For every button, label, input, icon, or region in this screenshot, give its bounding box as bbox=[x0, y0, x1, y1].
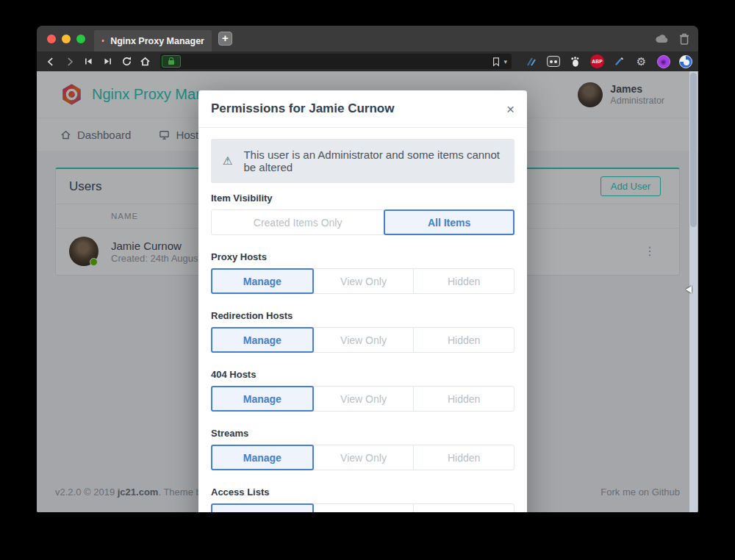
group-label: Redirection Hosts bbox=[211, 310, 514, 321]
redirection-hosts-view-only-button[interactable]: View Only bbox=[313, 327, 415, 353]
fast-forward-button[interactable] bbox=[101, 54, 115, 69]
warning-icon: ⚠ bbox=[223, 154, 232, 168]
access-lists-hidden-button[interactable]: Hidden bbox=[413, 503, 514, 512]
group-label: Access Lists bbox=[211, 487, 514, 498]
new-tab-button[interactable]: + bbox=[218, 32, 232, 46]
group-label: Proxy Hosts bbox=[211, 251, 514, 262]
back-button[interactable] bbox=[44, 54, 58, 69]
404-hosts-hidden-button[interactable]: Hidden bbox=[413, 386, 514, 412]
dev-tools-extension-icon[interactable] bbox=[524, 54, 538, 68]
access-lists-view-only-button[interactable]: View Only bbox=[313, 503, 415, 512]
adblock-plus-icon[interactable]: ABP bbox=[590, 54, 604, 68]
redirection-hosts-hidden-button[interactable]: Hidden bbox=[413, 327, 514, 353]
reload-button[interactable] bbox=[120, 54, 134, 69]
404-hosts-manage-button[interactable]: Manage bbox=[211, 386, 314, 412]
access-lists-group: Access Lists Manage View Only Hidden bbox=[211, 487, 514, 512]
bookmark-icon[interactable] bbox=[492, 57, 501, 67]
forward-button[interactable] bbox=[63, 54, 77, 69]
close-window-button[interactable] bbox=[47, 35, 56, 43]
pen-extension-icon[interactable] bbox=[612, 54, 626, 68]
streams-group: Streams Manage View Only Hidden bbox=[211, 428, 514, 470]
group-label: 404 Hosts bbox=[211, 369, 514, 380]
cloud-sync-icon[interactable] bbox=[655, 33, 670, 44]
streams-manage-button[interactable]: Manage bbox=[211, 445, 314, 470]
visibility-created-items-only-button[interactable]: Created Items Only bbox=[211, 209, 384, 235]
item-visibility-group: Item Visibility Created Items Only All I… bbox=[211, 193, 514, 235]
redirection-hosts-manage-button[interactable]: Manage bbox=[211, 327, 314, 353]
visibility-all-items-button[interactable]: All Items bbox=[384, 209, 514, 235]
window-controls bbox=[37, 35, 94, 43]
browser-tab[interactable]: Nginx Proxy Manager bbox=[94, 30, 212, 51]
modal-title: Permissions for Jamie Curnow bbox=[211, 101, 394, 116]
streams-view-only-button[interactable]: View Only bbox=[313, 445, 415, 470]
purple-extension-icon[interactable]: ◉ bbox=[656, 54, 670, 68]
bookmark-dropdown-caret[interactable]: ▾ bbox=[504, 58, 508, 65]
admin-warning-alert: ⚠ This user is an Administrator and some… bbox=[211, 139, 514, 183]
browser-toolbar: ▾ ABP ⚙ ◉ bbox=[37, 51, 698, 71]
proxy-hosts-hidden-button[interactable]: Hidden bbox=[413, 268, 514, 294]
minimize-window-button[interactable] bbox=[62, 35, 71, 43]
404-hosts-group: 404 Hosts Manage View Only Hidden bbox=[211, 369, 514, 412]
https-lock-icon[interactable] bbox=[162, 55, 181, 68]
modal-close-button[interactable]: × bbox=[506, 102, 514, 116]
proxy-hosts-view-only-button[interactable]: View Only bbox=[313, 268, 415, 294]
group-label: Item Visibility bbox=[211, 193, 514, 204]
browser-window: Nginx Proxy Manager + bbox=[37, 26, 698, 512]
access-lists-manage-button[interactable]: Manage bbox=[211, 503, 314, 512]
tab-title: Nginx Proxy Manager bbox=[110, 36, 204, 46]
alert-text: This user is an Administrator and some i… bbox=[243, 148, 503, 173]
zoom-window-button[interactable] bbox=[76, 35, 85, 43]
streams-hidden-button[interactable]: Hidden bbox=[413, 445, 514, 470]
settings-gear-extension-icon[interactable]: ⚙ bbox=[634, 54, 648, 68]
npm-favicon bbox=[101, 35, 104, 46]
scrollbar-thumb[interactable] bbox=[690, 73, 697, 227]
extensions-row: ABP ⚙ ◉ bbox=[524, 54, 692, 68]
proxy-hosts-group: Proxy Hosts Manage View Only Hidden bbox=[211, 251, 514, 294]
group-label: Streams bbox=[211, 428, 514, 439]
page-viewport: Nginx Proxy Manager James Administrator … bbox=[37, 71, 698, 512]
session-pie-extension-icon[interactable] bbox=[678, 54, 692, 68]
mouse-cursor bbox=[686, 286, 692, 293]
404-hosts-view-only-button[interactable]: View Only bbox=[313, 386, 415, 412]
permissions-modal: Permissions for Jamie Curnow × ⚠ This us… bbox=[198, 90, 527, 512]
address-bar[interactable]: ▾ bbox=[160, 54, 512, 69]
home-button[interactable] bbox=[138, 54, 152, 69]
trash-icon[interactable] bbox=[679, 33, 689, 45]
proxy-hosts-manage-button[interactable]: Manage bbox=[211, 268, 314, 294]
redirection-hosts-group: Redirection Hosts Manage View Only Hidde… bbox=[211, 310, 514, 353]
goggles-extension-icon[interactable] bbox=[546, 54, 560, 68]
gnome-foot-extension-icon[interactable] bbox=[568, 54, 582, 68]
browser-tab-bar: Nginx Proxy Manager + bbox=[37, 26, 698, 51]
rewind-button[interactable] bbox=[82, 54, 96, 69]
